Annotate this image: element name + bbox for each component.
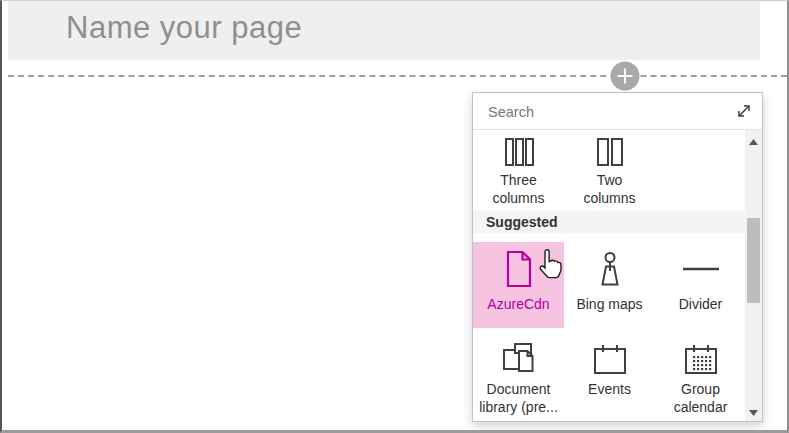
page-title-placeholder: Name your page xyxy=(66,10,302,46)
calendar-icon xyxy=(564,337,655,381)
divider-line-icon xyxy=(655,242,746,296)
webpart-picker-panel: Three columns Two columns Suggested xyxy=(472,92,763,422)
webpart-list: Three columns Two columns Suggested xyxy=(473,130,762,421)
three-columns-icon xyxy=(473,132,564,172)
webpart-tile-label: Divider xyxy=(655,296,746,314)
suggested-row-1: AzureCdn Bing maps xyxy=(473,242,746,328)
map-pin-icon xyxy=(564,242,655,296)
webpart-tile-events[interactable]: Events xyxy=(564,337,655,416)
section-divider-line xyxy=(8,75,787,77)
add-webpart-button[interactable] xyxy=(610,61,640,91)
webpart-grid: Three columns Two columns Suggested xyxy=(473,130,746,421)
webpart-tile-group-calendar[interactable]: Group calendar xyxy=(655,337,746,416)
webpart-tile-label: Group calendar xyxy=(655,381,746,416)
webpart-tile-label: AzureCdn xyxy=(473,296,564,314)
scroll-down-button[interactable] xyxy=(745,403,762,419)
webpart-tile-label: Events xyxy=(564,381,655,399)
search-input[interactable] xyxy=(486,94,700,129)
webpart-tile-two-columns[interactable]: Two columns xyxy=(564,132,655,207)
webpart-tile-divider[interactable]: Divider xyxy=(655,242,746,328)
webpart-tile-label: Two columns xyxy=(564,172,655,207)
webpart-tile-label: Bing maps xyxy=(564,296,655,314)
two-columns-icon xyxy=(564,132,655,172)
page-editor-window: Name your page xyxy=(0,0,789,433)
webpart-tile-bing-maps[interactable]: Bing maps xyxy=(564,242,655,328)
webpart-search-row xyxy=(473,93,762,130)
webpart-tile-label: Document library (pre... xyxy=(473,381,564,416)
expand-panel-button[interactable] xyxy=(735,102,753,120)
triangle-down-icon xyxy=(749,404,758,419)
scroll-up-button[interactable] xyxy=(745,132,762,148)
webpart-tile-label: Three columns xyxy=(473,172,564,207)
suggested-row-2: Document library (pre... Events xyxy=(473,337,746,416)
webpart-tile-three-columns[interactable]: Three columns xyxy=(473,132,564,207)
triangle-up-icon xyxy=(749,133,758,148)
suggested-section-header: Suggested xyxy=(473,211,746,233)
page-title-input[interactable]: Name your page xyxy=(8,1,760,60)
webpart-tile-document-library[interactable]: Document library (pre... xyxy=(473,337,564,416)
layout-row: Three columns Two columns xyxy=(473,132,655,207)
scrollbar-thumb[interactable] xyxy=(747,218,760,303)
panel-scrollbar[interactable] xyxy=(745,130,762,421)
document-library-icon xyxy=(473,337,564,381)
resize-diagonal-icon xyxy=(735,108,753,123)
webpart-tile-azurecdn[interactable]: AzureCdn xyxy=(473,242,564,328)
group-calendar-icon xyxy=(655,337,746,381)
document-page-icon xyxy=(473,242,564,296)
